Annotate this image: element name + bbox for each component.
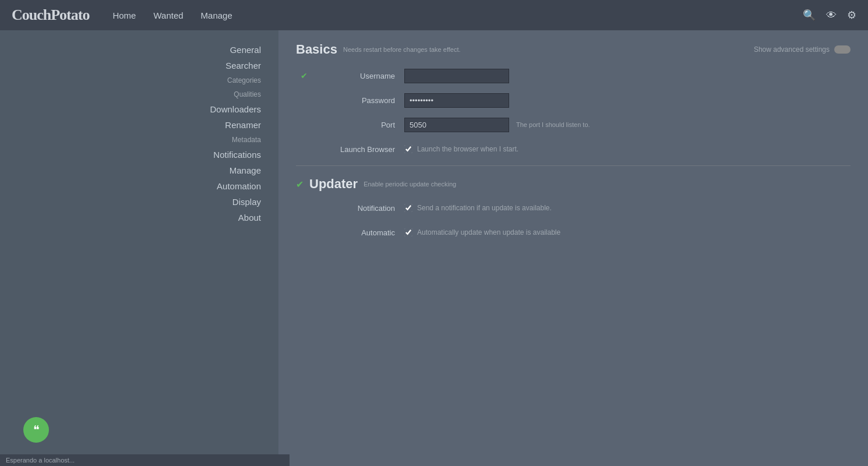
status-text: Esperando a localhost... [6, 457, 75, 464]
sidebar-item-searcher[interactable]: Searcher [0, 58, 261, 73]
sidebar-item-display[interactable]: Display [0, 194, 261, 210]
nav-wanted[interactable]: Wanted [153, 10, 183, 20]
nav-home[interactable]: Home [112, 10, 136, 20]
logo[interactable]: CouchPotato [12, 6, 89, 24]
show-advanced: Show advanced settings [754, 45, 851, 54]
section-divider [296, 165, 851, 166]
updater-check-icon: ✔ [296, 179, 304, 190]
username-row: ✔ Username [296, 68, 851, 84]
automatic-checkbox[interactable] [404, 228, 412, 236]
eye-icon[interactable]: 👁 [826, 9, 837, 22]
sidebar-item-automation[interactable]: Automation [0, 178, 261, 194]
updater-header: ✔ Updater Enable periodic update checkin… [296, 176, 851, 192]
sidebar-item-downloaders[interactable]: Downloaders [0, 101, 261, 117]
port-hint: The port I should listen to. [516, 121, 590, 128]
port-row: Port The port I should listen to. [296, 116, 851, 133]
sidebar-item-notifications[interactable]: Notifications [0, 147, 261, 163]
updater-title: Updater [309, 176, 358, 192]
sidebar-item-categories[interactable]: Categories [0, 73, 261, 87]
main-layout: General Searcher Categories Qualities Do… [0, 30, 868, 466]
password-label: Password [311, 96, 404, 105]
sidebar-item-qualities[interactable]: Qualities [0, 87, 261, 101]
nav-links: Home Wanted Manage [112, 10, 803, 20]
notification-checkbox[interactable] [404, 204, 412, 212]
updater-subtitle: Enable periodic update checking [364, 181, 456, 188]
sidebar-item-metadata[interactable]: Metadata [0, 133, 261, 147]
notification-label: Notification [311, 204, 404, 213]
quote-icon: ❝ [33, 423, 40, 437]
password-row: Password [296, 92, 851, 108]
username-label: Username [311, 72, 404, 80]
automatic-label: Automatic [311, 228, 404, 237]
port-label: Port [311, 121, 404, 129]
password-input[interactable] [404, 93, 509, 108]
notification-checkbox-row: Send a notification if an update is avai… [404, 204, 552, 212]
topnav: CouchPotato Home Wanted Manage 🔍 👁 ⚙ [0, 0, 868, 30]
content-area: Basics Needs restart before changes take… [278, 30, 868, 466]
sidebar-item-general[interactable]: General [0, 42, 261, 58]
status-bar: Esperando a localhost... [0, 454, 290, 466]
sidebar-item-manage[interactable]: Manage [0, 163, 261, 178]
sidebar-item-about[interactable]: About [0, 210, 261, 225]
username-input[interactable] [404, 69, 509, 83]
basics-title: Basics [296, 42, 337, 57]
automatic-checkbox-row: Automatically update when update is avai… [404, 228, 560, 236]
username-check-icon: ✔ [301, 71, 308, 80]
launch-browser-row: Launch Browser Launch the browser when I… [296, 141, 851, 157]
basics-header: Basics Needs restart before changes take… [296, 42, 851, 57]
launch-browser-checkbox[interactable] [404, 145, 412, 153]
gear-icon[interactable]: ⚙ [847, 9, 856, 22]
basics-subtitle: Needs restart before changes take effect… [343, 46, 461, 53]
notification-row: Notification Send a notification if an u… [296, 200, 851, 216]
port-input[interactable] [404, 118, 509, 132]
sidebar-item-renamer[interactable]: Renamer [0, 117, 261, 133]
nav-icons: 🔍 👁 ⚙ [803, 9, 856, 22]
launch-browser-checkbox-row: Launch the browser when I start. [404, 145, 518, 153]
nav-manage[interactable]: Manage [201, 10, 232, 20]
notification-checkbox-label: Send a notification if an update is avai… [417, 204, 552, 212]
launch-browser-label: Launch Browser [311, 145, 404, 154]
launch-browser-checkbox-label: Launch the browser when I start. [417, 145, 518, 153]
show-advanced-label: Show advanced settings [754, 45, 830, 54]
floating-quote-button[interactable]: ❝ [23, 417, 49, 443]
search-icon[interactable]: 🔍 [803, 9, 816, 22]
automatic-row: Automatic Automatically update when upda… [296, 224, 851, 241]
advanced-toggle[interactable] [834, 45, 851, 54]
automatic-checkbox-label: Automatically update when update is avai… [417, 228, 560, 236]
sidebar: General Searcher Categories Qualities Do… [0, 30, 278, 466]
